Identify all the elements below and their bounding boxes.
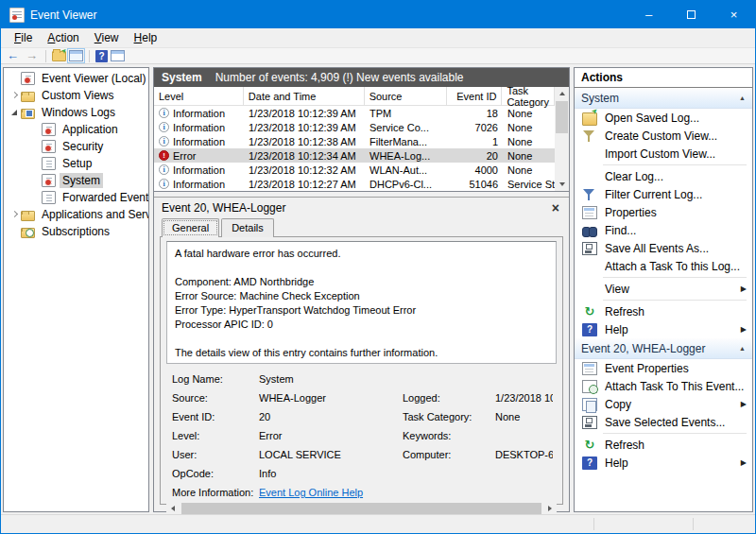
title-bar: Event Viewer – ×	[1, 1, 755, 28]
events-summary: Number of events: 4,909 (!) New events a…	[215, 71, 464, 84]
task-icon	[582, 380, 597, 393]
expander-none	[9, 226, 21, 237]
action-attach-task-to-event[interactable]: Attach Task To This Event...	[575, 377, 752, 395]
list-vertical-scrollbar[interactable]	[555, 87, 569, 191]
actions-section-event[interactable]: Event 20, WHEA-Logger ▲	[575, 338, 752, 359]
information-icon: i	[159, 108, 169, 118]
help-icon[interactable]: ?	[95, 50, 108, 62]
action-open-saved-log[interactable]: Open Saved Log...	[575, 109, 752, 127]
applications-services-folder-icon	[21, 211, 35, 221]
collapse-icon[interactable]: ▲	[739, 345, 746, 352]
scroll-down-icon[interactable]	[555, 178, 569, 191]
collapse-icon[interactable]: ▲	[739, 95, 746, 101]
action-save-selected-events[interactable]: Save Selected Events...	[575, 413, 752, 431]
source-label: Source:	[172, 392, 259, 404]
show-action-pane-icon[interactable]	[111, 50, 125, 61]
column-header-level[interactable]: Level	[154, 87, 244, 105]
column-header-date[interactable]: Date and Time	[244, 87, 365, 105]
event-row[interactable]: iInformation 1/23/2018 10:12:32 AM WLAN-…	[154, 163, 555, 177]
user-value: LOCAL SERVICE	[259, 449, 403, 460]
toolbar: ← → ?	[1, 47, 755, 64]
event-description[interactable]: A fatal hardware error has occurred. Com…	[166, 241, 557, 364]
event-row[interactable]: iInformation 1/23/2018 10:12:38 AM Filte…	[154, 134, 555, 148]
create-filter-icon	[582, 129, 597, 143]
tree-item-applications-services-logs[interactable]: Applications and Services Lo	[4, 206, 148, 223]
column-header-source[interactable]: Source	[365, 87, 448, 105]
minimize-button[interactable]: –	[627, 1, 670, 28]
menu-help[interactable]: Help	[127, 29, 165, 46]
open-saved-log-icon[interactable]	[52, 51, 66, 61]
tree-item-custom-views[interactable]: Custom Views	[4, 87, 148, 104]
action-find[interactable]: Find...	[575, 221, 752, 239]
preview-header: Event 20, WHEA-Logger ×	[154, 198, 569, 218]
preview-tabs: General Details	[154, 218, 569, 237]
security-log-icon	[42, 140, 56, 153]
scrollbar-thumb[interactable]	[556, 101, 568, 133]
console-tree: Event Viewer (Local) Custom Views Window…	[3, 67, 149, 512]
windows-logs-folder-icon	[21, 109, 35, 119]
scroll-left-icon[interactable]	[166, 502, 180, 515]
column-header-event-id[interactable]: Event ID	[447, 87, 502, 105]
action-refresh-event[interactable]: ↻ Refresh	[575, 436, 752, 454]
action-refresh[interactable]: ↻ Refresh	[575, 302, 752, 320]
forward-icon[interactable]: →	[24, 49, 40, 62]
action-help[interactable]: ? Help ▶	[575, 320, 752, 338]
tree-item-windows-logs[interactable]: Windows Logs	[4, 104, 148, 121]
source-value: WHEA-Logger	[259, 392, 403, 404]
action-event-properties[interactable]: Event Properties	[575, 359, 752, 377]
chevron-right-icon[interactable]	[9, 90, 21, 101]
user-label: User:	[172, 449, 259, 460]
column-header-task-category[interactable]: Task Category	[502, 87, 555, 105]
level-label: Level:	[172, 430, 259, 441]
event-log-online-help-link[interactable]: Event Log Online Help	[259, 487, 363, 498]
action-help-event[interactable]: ? Help ▶	[575, 454, 752, 472]
tree-item-application[interactable]: Application	[4, 121, 148, 138]
general-tab-page: A fatal hardware error has occurred. Com…	[160, 236, 563, 505]
setup-log-icon	[42, 157, 56, 170]
list-column-headers: Level Date and Time Source Event ID Task…	[154, 87, 555, 106]
menu-view[interactable]: View	[87, 29, 127, 46]
save-icon	[582, 242, 597, 255]
action-attach-task-to-log[interactable]: Attach a Task To this Log...	[575, 257, 752, 275]
tree-item-subscriptions[interactable]: Subscriptions	[4, 223, 148, 240]
action-copy[interactable]: Copy ▶	[575, 395, 752, 413]
tree-item-setup[interactable]: Setup	[4, 155, 148, 172]
scroll-right-icon[interactable]	[543, 502, 557, 515]
help-icon: ?	[582, 456, 597, 470]
action-create-custom-view[interactable]: Create Custom View...	[575, 127, 752, 145]
action-save-all-events-as[interactable]: Save All Events As...	[575, 239, 752, 257]
scrollbar-thumb[interactable]	[181, 503, 541, 514]
show-console-tree-icon[interactable]	[69, 50, 83, 61]
chevron-right-icon[interactable]	[9, 209, 21, 220]
preview-horizontal-scrollbar[interactable]	[166, 502, 557, 515]
tab-general[interactable]: General	[162, 218, 219, 237]
action-filter-current-log[interactable]: Filter Current Log...	[575, 185, 752, 203]
event-row[interactable]: iInformation 1/23/2018 10:12:27 AM DHCPv…	[154, 177, 555, 191]
action-import-custom-view[interactable]: Import Custom View...	[575, 145, 752, 163]
event-row[interactable]: iInformation 1/23/2018 10:12:39 AM TPM 1…	[154, 106, 555, 120]
close-preview-icon[interactable]: ×	[550, 201, 561, 215]
tree-item-system[interactable]: System	[4, 172, 148, 189]
close-button[interactable]: ×	[713, 1, 755, 28]
save-icon	[582, 416, 597, 429]
menu-file[interactable]: File	[7, 29, 40, 46]
maximize-button[interactable]	[670, 1, 713, 28]
information-icon: i	[159, 179, 169, 189]
chevron-down-icon[interactable]	[9, 107, 21, 118]
menu-action[interactable]: Action	[40, 29, 86, 46]
back-icon[interactable]: ←	[5, 49, 21, 62]
tree-item-forwarded-events[interactable]: Forwarded Events	[4, 189, 148, 206]
tree-item-event-viewer-local[interactable]: Event Viewer (Local)	[4, 70, 148, 87]
action-properties[interactable]: Properties	[575, 203, 752, 221]
help-icon: ?	[582, 323, 597, 336]
actions-section-system[interactable]: System ▲	[575, 88, 752, 109]
scroll-up-icon[interactable]	[555, 87, 569, 100]
information-icon: i	[159, 136, 169, 146]
tree-item-security[interactable]: Security	[4, 138, 148, 155]
action-clear-log[interactable]: Clear Log...	[575, 167, 752, 185]
action-view[interactable]: View ▶	[575, 280, 752, 298]
window-title: Event Viewer	[30, 9, 96, 22]
tab-details[interactable]: Details	[221, 218, 274, 237]
event-row-selected[interactable]: !Error 1/23/2018 10:12:34 AM WHEA-Log...…	[154, 148, 555, 163]
event-row[interactable]: iInformation 1/23/2018 10:12:39 AM Servi…	[154, 120, 555, 134]
